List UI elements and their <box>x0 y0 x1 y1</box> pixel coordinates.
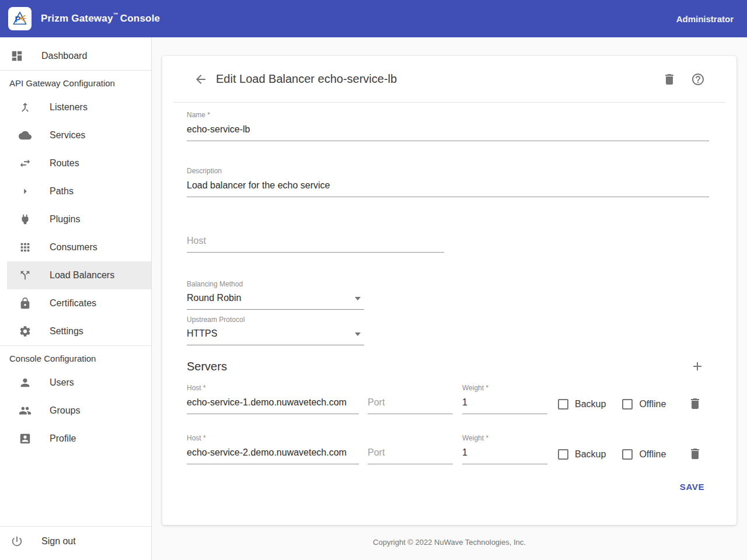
dropdown-arrow-icon <box>355 332 361 336</box>
trash-icon <box>688 397 702 411</box>
checkbox-box <box>622 449 633 460</box>
sidebar-item-label: Consumers <box>50 242 97 253</box>
trademark: ™ <box>113 12 118 18</box>
server-port-field <box>368 443 453 464</box>
sidebar-item-profile[interactable]: Profile <box>0 425 151 453</box>
divider <box>173 102 725 103</box>
sidebar-item-label: Paths <box>50 186 74 197</box>
description-field: Description <box>187 167 709 197</box>
balancing-method-select[interactable]: Round Robin <box>187 289 364 310</box>
offline-checkbox[interactable]: Offline <box>622 449 666 460</box>
plus-icon <box>690 359 704 373</box>
add-server-button[interactable] <box>690 359 704 373</box>
sidebar-item-plugins[interactable]: Plugins <box>0 205 151 233</box>
save-row: SAVE <box>187 482 709 492</box>
balancing-method-label: Balancing Method <box>187 280 364 288</box>
power-icon <box>11 535 23 548</box>
swap-horiz-icon <box>19 157 32 170</box>
servers-header: Servers <box>187 359 709 373</box>
server-port-input[interactable] <box>368 443 453 464</box>
server-row: Host * Weight * Backup <box>187 434 709 464</box>
dropdown-arrow-icon <box>355 297 361 300</box>
upstream-protocol-label: Upstream Protocol <box>187 316 364 324</box>
name-field: Name * <box>187 111 709 141</box>
sidebar-item-label: Services <box>50 130 85 141</box>
back-button[interactable] <box>194 72 208 86</box>
sidebar-item-certificates[interactable]: Certificates <box>0 289 151 317</box>
checkbox-box <box>558 449 568 460</box>
sidebar-item-paths[interactable]: Paths <box>0 177 151 205</box>
form-body: Name * Description Balancing Method Roun… <box>162 111 736 516</box>
sidebar-item-label: Dashboard <box>41 51 87 61</box>
save-button[interactable]: SAVE <box>680 482 704 492</box>
server-host-field: Host * <box>187 434 359 464</box>
server-weight-field: Weight * <box>462 384 547 414</box>
servers-heading: Servers <box>187 360 227 373</box>
offline-checkbox-label: Offline <box>639 399 666 410</box>
delete-server-button[interactable] <box>688 397 702 411</box>
upstream-protocol-select[interactable]: HTTPS <box>187 325 364 345</box>
host-input[interactable] <box>187 232 444 253</box>
host-field <box>187 232 444 253</box>
description-input[interactable] <box>187 176 709 197</box>
call-merge-icon <box>19 101 32 114</box>
description-field-label: Description <box>187 167 709 175</box>
offline-checkbox[interactable]: Offline <box>622 399 666 410</box>
server-row: Host * Weight * Backup <box>187 384 709 414</box>
server-host-input[interactable] <box>187 393 359 414</box>
sidebar-section-console: Console Configuration <box>0 346 151 369</box>
copyright-text: Copyright © 2022 NuWave Technologies, In… <box>373 538 526 547</box>
sidebar-item-label: Load Balancers <box>50 270 114 281</box>
sidebar-item-groups[interactable]: Groups <box>0 397 151 425</box>
server-port-field <box>368 393 453 414</box>
server-weight-input[interactable] <box>462 393 547 414</box>
arrow-right-icon <box>19 185 32 198</box>
header-actions <box>662 72 705 86</box>
trash-icon <box>662 72 676 86</box>
delete-load-balancer-button[interactable] <box>662 72 676 86</box>
backup-checkbox[interactable]: Backup <box>558 399 606 410</box>
brand-name: Prizm Gateway <box>41 13 113 24</box>
app-bar: P Prizm Gateway™Console Administrator <box>0 0 747 37</box>
sign-out-section: Sign out <box>0 526 151 560</box>
delete-server-button[interactable] <box>688 447 702 461</box>
server-port-input[interactable] <box>368 393 453 414</box>
call-split-icon <box>19 269 32 282</box>
help-button[interactable] <box>691 72 705 86</box>
sidebar-item-settings[interactable]: Settings <box>0 317 151 345</box>
sidebar-item-routes[interactable]: Routes <box>0 149 151 177</box>
sidebar-item-load-balancers[interactable]: Load Balancers <box>7 261 151 289</box>
sidebar-item-dashboard[interactable]: Dashboard <box>0 42 151 70</box>
apps-icon <box>19 241 32 254</box>
sidebar-item-sign-out[interactable]: Sign out <box>0 527 151 555</box>
sidebar-item-label: Listeners <box>50 102 88 113</box>
brand-suffix: Console <box>120 13 160 24</box>
help-icon <box>691 72 705 86</box>
sidebar-item-label: Profile <box>50 433 76 444</box>
back-arrow-icon <box>194 72 208 86</box>
backup-checkbox-label: Backup <box>575 449 606 460</box>
badge-icon <box>19 432 32 445</box>
sidebar-item-label: Routes <box>50 158 79 169</box>
server-host-label: Host * <box>187 434 359 442</box>
cloud-icon <box>19 129 32 142</box>
sidebar-item-services[interactable]: Services <box>0 121 151 149</box>
server-weight-label: Weight * <box>462 384 547 392</box>
main-content: Edit Load Balancer echo-service-lb Name … <box>152 37 747 560</box>
sidebar-item-users[interactable]: Users <box>0 369 151 397</box>
person-icon <box>19 376 32 389</box>
svg-text:P: P <box>15 15 21 24</box>
backup-checkbox[interactable]: Backup <box>558 449 606 460</box>
backup-checkbox-label: Backup <box>575 399 606 410</box>
server-weight-label: Weight * <box>462 434 547 442</box>
server-weight-input[interactable] <box>462 443 547 464</box>
people-icon <box>19 404 32 417</box>
name-input[interactable] <box>187 120 709 141</box>
sidebar-item-label: Settings <box>50 326 83 337</box>
user-menu[interactable]: Administrator <box>676 14 734 24</box>
sidebar-item-consumers[interactable]: Consumers <box>0 233 151 261</box>
server-host-input[interactable] <box>187 443 359 464</box>
lock-icon <box>19 297 32 310</box>
plug-icon <box>19 213 32 226</box>
sidebar-item-listeners[interactable]: Listeners <box>0 93 151 121</box>
